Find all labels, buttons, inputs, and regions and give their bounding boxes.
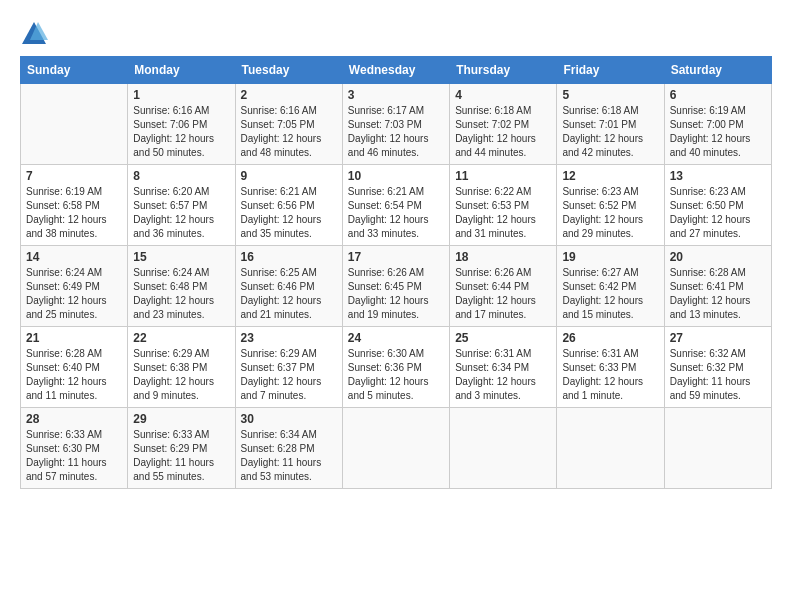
- calendar-week-4: 21Sunrise: 6:28 AM Sunset: 6:40 PM Dayli…: [21, 327, 772, 408]
- column-header-saturday: Saturday: [664, 57, 771, 84]
- day-number: 30: [241, 412, 337, 426]
- day-number: 16: [241, 250, 337, 264]
- day-number: 20: [670, 250, 766, 264]
- calendar-cell: 4Sunrise: 6:18 AM Sunset: 7:02 PM Daylig…: [450, 84, 557, 165]
- calendar-cell: 24Sunrise: 6:30 AM Sunset: 6:36 PM Dayli…: [342, 327, 449, 408]
- page-header: [20, 20, 772, 48]
- logo-icon: [20, 20, 48, 48]
- day-number: 7: [26, 169, 122, 183]
- calendar-cell: 11Sunrise: 6:22 AM Sunset: 6:53 PM Dayli…: [450, 165, 557, 246]
- day-info: Sunrise: 6:24 AM Sunset: 6:49 PM Dayligh…: [26, 266, 122, 322]
- day-info: Sunrise: 6:22 AM Sunset: 6:53 PM Dayligh…: [455, 185, 551, 241]
- day-number: 24: [348, 331, 444, 345]
- logo: [20, 20, 52, 48]
- day-number: 12: [562, 169, 658, 183]
- day-info: Sunrise: 6:16 AM Sunset: 7:06 PM Dayligh…: [133, 104, 229, 160]
- day-info: Sunrise: 6:25 AM Sunset: 6:46 PM Dayligh…: [241, 266, 337, 322]
- calendar-cell: 20Sunrise: 6:28 AM Sunset: 6:41 PM Dayli…: [664, 246, 771, 327]
- column-header-sunday: Sunday: [21, 57, 128, 84]
- day-info: Sunrise: 6:18 AM Sunset: 7:01 PM Dayligh…: [562, 104, 658, 160]
- calendar-cell: 25Sunrise: 6:31 AM Sunset: 6:34 PM Dayli…: [450, 327, 557, 408]
- column-header-thursday: Thursday: [450, 57, 557, 84]
- day-info: Sunrise: 6:26 AM Sunset: 6:44 PM Dayligh…: [455, 266, 551, 322]
- calendar-cell: [450, 408, 557, 489]
- calendar-cell: 15Sunrise: 6:24 AM Sunset: 6:48 PM Dayli…: [128, 246, 235, 327]
- day-number: 13: [670, 169, 766, 183]
- day-number: 17: [348, 250, 444, 264]
- day-info: Sunrise: 6:20 AM Sunset: 6:57 PM Dayligh…: [133, 185, 229, 241]
- day-info: Sunrise: 6:23 AM Sunset: 6:50 PM Dayligh…: [670, 185, 766, 241]
- day-info: Sunrise: 6:29 AM Sunset: 6:37 PM Dayligh…: [241, 347, 337, 403]
- day-number: 28: [26, 412, 122, 426]
- day-number: 26: [562, 331, 658, 345]
- day-number: 8: [133, 169, 229, 183]
- day-info: Sunrise: 6:23 AM Sunset: 6:52 PM Dayligh…: [562, 185, 658, 241]
- day-number: 6: [670, 88, 766, 102]
- day-info: Sunrise: 6:32 AM Sunset: 6:32 PM Dayligh…: [670, 347, 766, 403]
- day-number: 11: [455, 169, 551, 183]
- day-number: 4: [455, 88, 551, 102]
- day-number: 22: [133, 331, 229, 345]
- calendar-cell: 23Sunrise: 6:29 AM Sunset: 6:37 PM Dayli…: [235, 327, 342, 408]
- day-number: 1: [133, 88, 229, 102]
- calendar-cell: 21Sunrise: 6:28 AM Sunset: 6:40 PM Dayli…: [21, 327, 128, 408]
- calendar-cell: 22Sunrise: 6:29 AM Sunset: 6:38 PM Dayli…: [128, 327, 235, 408]
- day-info: Sunrise: 6:29 AM Sunset: 6:38 PM Dayligh…: [133, 347, 229, 403]
- day-info: Sunrise: 6:19 AM Sunset: 7:00 PM Dayligh…: [670, 104, 766, 160]
- day-number: 3: [348, 88, 444, 102]
- day-info: Sunrise: 6:19 AM Sunset: 6:58 PM Dayligh…: [26, 185, 122, 241]
- day-info: Sunrise: 6:30 AM Sunset: 6:36 PM Dayligh…: [348, 347, 444, 403]
- day-number: 15: [133, 250, 229, 264]
- day-number: 10: [348, 169, 444, 183]
- calendar-cell: 28Sunrise: 6:33 AM Sunset: 6:30 PM Dayli…: [21, 408, 128, 489]
- day-info: Sunrise: 6:31 AM Sunset: 6:34 PM Dayligh…: [455, 347, 551, 403]
- calendar-cell: 30Sunrise: 6:34 AM Sunset: 6:28 PM Dayli…: [235, 408, 342, 489]
- calendar-cell: 17Sunrise: 6:26 AM Sunset: 6:45 PM Dayli…: [342, 246, 449, 327]
- day-number: 5: [562, 88, 658, 102]
- calendar-cell: 9Sunrise: 6:21 AM Sunset: 6:56 PM Daylig…: [235, 165, 342, 246]
- day-info: Sunrise: 6:28 AM Sunset: 6:40 PM Dayligh…: [26, 347, 122, 403]
- column-header-tuesday: Tuesday: [235, 57, 342, 84]
- day-number: 27: [670, 331, 766, 345]
- calendar-cell: 6Sunrise: 6:19 AM Sunset: 7:00 PM Daylig…: [664, 84, 771, 165]
- day-number: 29: [133, 412, 229, 426]
- day-info: Sunrise: 6:33 AM Sunset: 6:29 PM Dayligh…: [133, 428, 229, 484]
- calendar-cell: 16Sunrise: 6:25 AM Sunset: 6:46 PM Dayli…: [235, 246, 342, 327]
- calendar-cell: 2Sunrise: 6:16 AM Sunset: 7:05 PM Daylig…: [235, 84, 342, 165]
- day-info: Sunrise: 6:34 AM Sunset: 6:28 PM Dayligh…: [241, 428, 337, 484]
- calendar-table: SundayMondayTuesdayWednesdayThursdayFrid…: [20, 56, 772, 489]
- calendar-cell: 5Sunrise: 6:18 AM Sunset: 7:01 PM Daylig…: [557, 84, 664, 165]
- calendar-cell: [664, 408, 771, 489]
- calendar-cell: 18Sunrise: 6:26 AM Sunset: 6:44 PM Dayli…: [450, 246, 557, 327]
- calendar-week-2: 7Sunrise: 6:19 AM Sunset: 6:58 PM Daylig…: [21, 165, 772, 246]
- calendar-week-3: 14Sunrise: 6:24 AM Sunset: 6:49 PM Dayli…: [21, 246, 772, 327]
- calendar-cell: 10Sunrise: 6:21 AM Sunset: 6:54 PM Dayli…: [342, 165, 449, 246]
- calendar-cell: [21, 84, 128, 165]
- day-number: 9: [241, 169, 337, 183]
- calendar-cell: 14Sunrise: 6:24 AM Sunset: 6:49 PM Dayli…: [21, 246, 128, 327]
- day-number: 25: [455, 331, 551, 345]
- day-info: Sunrise: 6:17 AM Sunset: 7:03 PM Dayligh…: [348, 104, 444, 160]
- calendar-cell: 13Sunrise: 6:23 AM Sunset: 6:50 PM Dayli…: [664, 165, 771, 246]
- day-number: 21: [26, 331, 122, 345]
- day-info: Sunrise: 6:21 AM Sunset: 6:54 PM Dayligh…: [348, 185, 444, 241]
- calendar-cell: 8Sunrise: 6:20 AM Sunset: 6:57 PM Daylig…: [128, 165, 235, 246]
- column-header-friday: Friday: [557, 57, 664, 84]
- day-number: 23: [241, 331, 337, 345]
- day-info: Sunrise: 6:18 AM Sunset: 7:02 PM Dayligh…: [455, 104, 551, 160]
- day-number: 14: [26, 250, 122, 264]
- calendar-header: SundayMondayTuesdayWednesdayThursdayFrid…: [21, 57, 772, 84]
- day-info: Sunrise: 6:27 AM Sunset: 6:42 PM Dayligh…: [562, 266, 658, 322]
- calendar-cell: 19Sunrise: 6:27 AM Sunset: 6:42 PM Dayli…: [557, 246, 664, 327]
- column-header-wednesday: Wednesday: [342, 57, 449, 84]
- column-header-monday: Monday: [128, 57, 235, 84]
- calendar-week-5: 28Sunrise: 6:33 AM Sunset: 6:30 PM Dayli…: [21, 408, 772, 489]
- day-info: Sunrise: 6:31 AM Sunset: 6:33 PM Dayligh…: [562, 347, 658, 403]
- day-number: 18: [455, 250, 551, 264]
- day-number: 19: [562, 250, 658, 264]
- calendar-cell: [557, 408, 664, 489]
- day-info: Sunrise: 6:21 AM Sunset: 6:56 PM Dayligh…: [241, 185, 337, 241]
- calendar-cell: 7Sunrise: 6:19 AM Sunset: 6:58 PM Daylig…: [21, 165, 128, 246]
- calendar-cell: 12Sunrise: 6:23 AM Sunset: 6:52 PM Dayli…: [557, 165, 664, 246]
- day-number: 2: [241, 88, 337, 102]
